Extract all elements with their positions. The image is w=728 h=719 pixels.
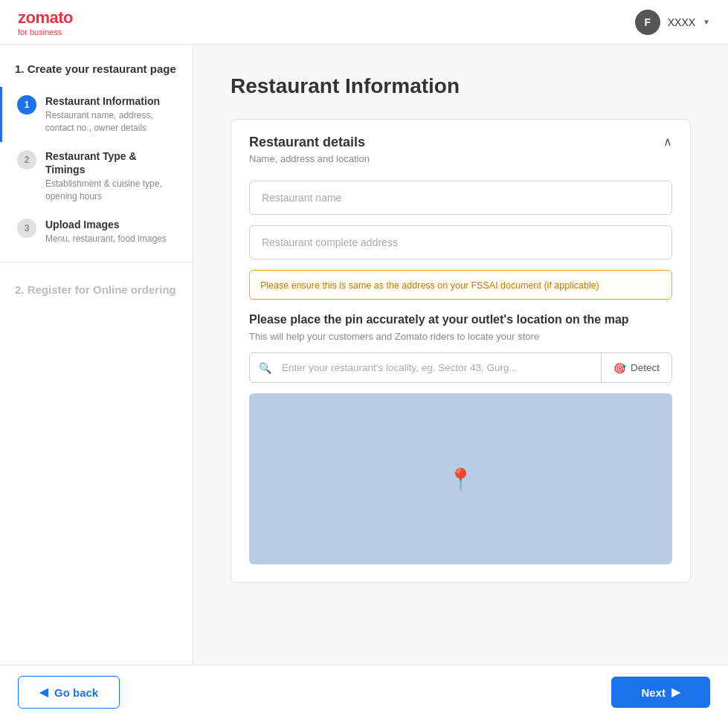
map-section-subtitle: This will help your customers and Zomato…: [249, 331, 672, 342]
locality-row: 🔍 🎯 Detect: [249, 352, 672, 383]
username: XXXX: [668, 16, 695, 28]
collapse-button[interactable]: ∧: [663, 135, 672, 149]
sidebar: 1. Create your restaurant page 1 Restaur…: [0, 45, 193, 719]
step-3-number: 3: [17, 219, 36, 238]
map-section-title: Please place the pin accurately at your …: [249, 313, 672, 326]
sidebar-item-3-subtitle: Menu, restaurant, food images: [45, 233, 178, 245]
map-container[interactable]: 📍: [249, 393, 672, 564]
restaurant-name-input[interactable]: [249, 181, 672, 215]
content-area: Restaurant Information Restaurant detail…: [193, 45, 728, 719]
detect-button[interactable]: 🎯 Detect: [601, 353, 671, 382]
avatar: F: [635, 10, 660, 35]
logo-text: zomato: [18, 8, 73, 28]
sidebar-item-type-timings[interactable]: 2 Restaurant Type & Timings Establishmen…: [0, 142, 193, 210]
go-back-button[interactable]: ◀ Go back: [18, 676, 120, 709]
sidebar-item-1-subtitle: Restaurant name, address, contact no., o…: [45, 109, 178, 135]
card-subtitle: Name, address and location: [249, 153, 370, 164]
detect-icon: 🎯: [613, 362, 626, 374]
sidebar-divider: [0, 262, 193, 262]
restaurant-details-card: Restaurant details Name, address and loc…: [231, 119, 691, 583]
chevron-down-icon[interactable]: ▼: [703, 18, 710, 26]
next-arrow-icon: ▶: [671, 686, 680, 699]
go-back-label: Go back: [54, 686, 98, 699]
search-icon: 🔍: [250, 353, 271, 382]
sidebar-item-1-title: Restaurant Information: [45, 94, 178, 108]
locality-input[interactable]: [271, 353, 601, 382]
map-pin-icon: 📍: [448, 467, 474, 491]
sidebar-item-2-title: Restaurant Type & Timings: [45, 149, 178, 176]
header-right: F XXXX ▼: [635, 10, 710, 35]
footer: ◀ Go back Next ▶: [0, 665, 728, 719]
card-title: Restaurant details: [249, 135, 370, 150]
next-button[interactable]: Next ▶: [611, 677, 710, 708]
app-header: zomato for business F XXXX ▼: [0, 0, 728, 45]
sidebar-item-3-title: Upload Images: [45, 218, 178, 231]
step-1-number: 1: [17, 95, 36, 115]
logo-sub: for business: [18, 28, 73, 36]
go-back-arrow-icon: ◀: [39, 686, 48, 699]
detect-label: Detect: [631, 362, 660, 373]
sidebar-item-2-subtitle: Establishment & cuisine type, opening ho…: [45, 178, 178, 203]
form-area: Please ensure this is same as the addres…: [231, 175, 690, 582]
sidebar-item-upload-images[interactable]: 3 Upload Images Menu, restaurant, food i…: [0, 210, 193, 253]
fssai-warning-text: Please ensure this is same as the addres…: [260, 280, 599, 291]
fssai-warning-box: Please ensure this is same as the addres…: [249, 270, 672, 300]
page-title: Restaurant Information: [231, 74, 691, 98]
next-label: Next: [641, 686, 666, 699]
card-header: Restaurant details Name, address and loc…: [231, 120, 690, 175]
restaurant-address-input[interactable]: [249, 225, 672, 259]
sidebar-section-1-title: 1. Create your restaurant page: [0, 62, 193, 87]
step-2-number: 2: [17, 150, 36, 170]
sidebar-section-2-title: 2. Register for Online ordering: [15, 283, 178, 296]
logo: zomato for business: [18, 8, 73, 36]
sidebar-item-restaurant-info[interactable]: 1 Restaurant Information Restaurant name…: [0, 87, 193, 142]
